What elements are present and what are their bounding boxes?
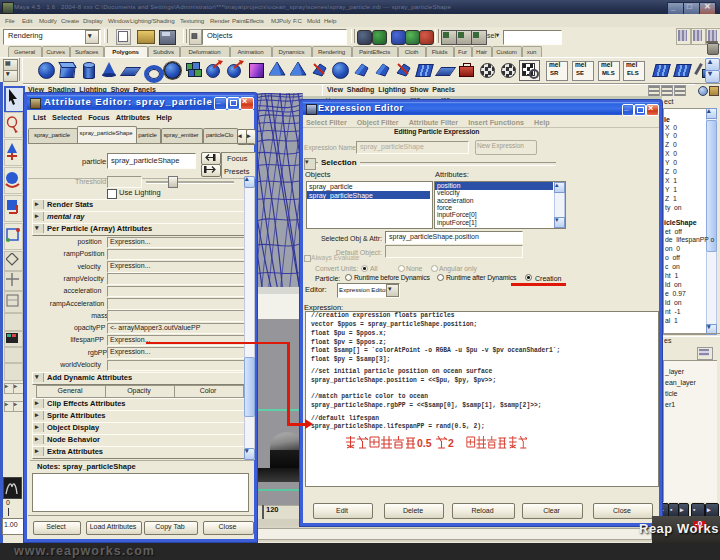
svg-text:0.5: 0.5 xyxy=(417,437,432,449)
svg-text:2: 2 xyxy=(448,437,454,449)
